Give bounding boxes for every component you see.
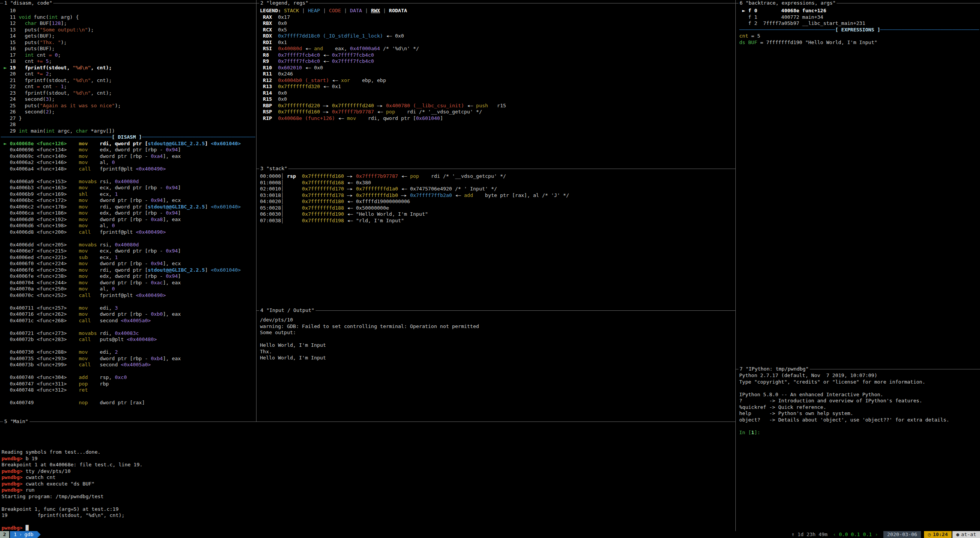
- load-values: 0.0 0.1 0.1: [839, 531, 872, 537]
- pane-border-stack[interactable]: [257, 169, 735, 169]
- terminal-line: [1, 324, 255, 330]
- terminal-line: /dev/pts/10: [260, 317, 735, 323]
- pane-border-vertical-right[interactable]: [735, 0, 736, 531]
- terminal-line: %quickref -> Quick reference.: [739, 404, 979, 411]
- tmux-terminal: 1 "disasm, code" 2 "legend, regs" 6 "bac…: [0, 0, 980, 538]
- terminal-line: [1, 343, 255, 349]
- terminal-line: ────────────────────────────────[ EXPRES…: [739, 27, 979, 33]
- terminal-line: 03:0018│ 0x7fffffffd178 —▸ 0x7fffffffd1b…: [260, 192, 735, 199]
- terminal-line: RAX 0x17: [260, 14, 735, 21]
- terminal-line: pwndbg> b 19: [2, 456, 734, 462]
- terminal-line: R11 0x246: [260, 71, 735, 77]
- terminal-line: Hello World, I'm Input: [260, 342, 735, 349]
- terminal-line: [2, 430, 734, 437]
- terminal-line: [1, 394, 255, 400]
- pane-ipython[interactable]: Python 2.7.17 (default, Nov 7 2019, 10:0…: [739, 372, 979, 530]
- terminal-line: 10: [1, 8, 255, 14]
- pane-border-vertical-left[interactable]: [256, 0, 257, 422]
- terminal-line: 0x400716 <func+262> mov dword ptr [rbp -…: [1, 311, 255, 318]
- terminal-line: 29 int main(int argc, char *argv[]): [1, 128, 255, 134]
- terminal-line: 07:0038│ 0x7fffffffd198 ◂— "rld, I'm Inp…: [260, 218, 735, 224]
- pane-title-ipython: 7 "IPython: tmp/pwndbg": [738, 366, 810, 372]
- pane-border-main[interactable]: [0, 422, 735, 422]
- pane-stack[interactable]: 00:0000│ rsp 0x7fffffffd160 —▸ 0x7ffff7b…: [260, 173, 735, 310]
- terminal-line: ─────────────────────────────────────[ D…: [1, 134, 255, 141]
- clock-icon: ◷: [928, 531, 931, 538]
- pane-input-output[interactable]: /dev/pts/10warning: GDB: Failed to set c…: [260, 317, 735, 421]
- terminal-line: 0x4006ca <func+186> mov edx, dword ptr […: [1, 210, 255, 217]
- terminal-line: warning: GDB: Failed to set controlling …: [260, 323, 735, 330]
- pane-legend-regs[interactable]: LEGEND: STACK | HEAP | CODE | DATA | RWX…: [260, 8, 735, 168]
- terminal-line: Breakpoint 1, func (arg=5) at test.c:19: [2, 506, 734, 513]
- status-time: ◷10:24: [924, 531, 952, 538]
- terminal-line: 11 void func(int arg) {: [1, 14, 255, 21]
- pane-title-stack: 3 "stack": [259, 166, 288, 172]
- terminal-line: 0x4006b3 <func+163> mov ecx, dword ptr […: [1, 185, 255, 191]
- pane-disasm-code[interactable]: 10 11 void func(int arg) { 12 char BUF[1…: [1, 8, 255, 421]
- terminal-line: cnt = 5: [739, 33, 979, 39]
- terminal-line: 0x4006d6 <func+198> mov al, 0: [1, 223, 255, 229]
- terminal-line: 0x4006f0 <func+224> mov dword ptr [rbp -…: [1, 261, 255, 267]
- tmux-status-bar: 2 1›gdb ↑ 1d 23h 49m ‹ 0.0 0.1 0.1 › 202…: [0, 531, 980, 538]
- terminal-line: [260, 336, 735, 343]
- status-date: 2020-03-06: [883, 531, 921, 538]
- terminal-line: 0x40071c <func+268> call second <0x4005a…: [1, 318, 255, 324]
- tmux-session-name[interactable]: 2: [0, 531, 9, 538]
- terminal-line: 0x400740 <func+304> add rsp, 0xc0: [1, 374, 255, 381]
- terminal-line: 17 int cnt = 0;: [1, 52, 255, 59]
- terminal-line: 0x4006fe <func+238> mov edx, dword ptr […: [1, 273, 255, 280]
- terminal-line: 0x4006a9 <func+153> movabs rsi, 0x40080d: [1, 179, 255, 185]
- terminal-line: 0x40073b <func+299> call second <0x4005a…: [1, 362, 255, 368]
- terminal-line: In [1]:: [739, 430, 979, 436]
- terminal-line: [1, 235, 255, 242]
- angle-close-icon: ›: [875, 531, 878, 537]
- terminal-line: ► f 0 40068e func+126: [739, 8, 979, 14]
- terminal-line: 21 fprintf(stdout, "%d\n", cnt);: [1, 77, 255, 84]
- terminal-line: Starting program: /tmp/pwndbg/test: [2, 494, 734, 500]
- pane-title-main: 5 "Main": [3, 418, 30, 425]
- powerline-arrow-icon: [37, 531, 41, 538]
- terminal-line: pwndbg> cwatch execute "ds BUF": [2, 481, 734, 487]
- terminal-line: 0x400748 <func+312> ret: [1, 387, 255, 394]
- terminal-line: 0x400711 <func+257> mov edi, 3: [1, 305, 255, 312]
- terminal-line: pwndbg> cwatch cnt: [2, 474, 734, 481]
- terminal-line: 0x4006a2 <func+146> mov al, 0: [1, 159, 255, 166]
- angle-open-icon: ‹: [833, 531, 836, 537]
- terminal-line: 18 cnt += 5;: [1, 58, 255, 65]
- terminal-line: RBP 0x7fffffffd220 —▸ 0x7fffffffd240 —▸ …: [260, 103, 735, 109]
- status-hostname: ●at-at: [952, 531, 980, 538]
- terminal-line: 0x400749 nop dword ptr [rax]: [1, 400, 255, 406]
- time-value: 10:24: [933, 531, 948, 538]
- terminal-line: 0x4006d8 <func+200> call fprintf@plt <0x…: [1, 229, 255, 236]
- tmux-window-gdb[interactable]: 1›gdb: [10, 531, 37, 538]
- window-name: gdb: [24, 531, 33, 538]
- terminal-line: 14 gets(BUF);: [1, 33, 255, 39]
- terminal-line: 0x4006bc <func+172> mov dword ptr [rbp -…: [1, 197, 255, 204]
- pane-backtrace-expressions[interactable]: ► f 0 40068e func+126 f 1 400772 main+34…: [739, 8, 979, 368]
- terminal-line: Type "copyright", "credits" or "license"…: [739, 379, 979, 385]
- terminal-line: ? -> Introduction and overview of IPytho…: [739, 398, 979, 404]
- terminal-line: RDI 0x1: [260, 39, 735, 46]
- terminal-line: [2, 443, 734, 449]
- uptime-indicator: ↑ 1d 23h 49m: [791, 531, 827, 538]
- terminal-line: 0x40072b <func+283> call puts@plt <0x400…: [1, 336, 255, 343]
- terminal-line: 0x4006c2 <func+178> mov rdi, qword ptr […: [1, 204, 255, 210]
- terminal-line: 19 fprintf(stdout, "%d\n", cnt);: [2, 512, 734, 519]
- terminal-line: 01:0008│ 0x7fffffffd168 ◂— 0x380: [260, 180, 735, 186]
- terminal-line: [1, 368, 255, 375]
- terminal-line: Breakpoint 1 at 0x40068e: file test.c, l…: [2, 462, 734, 468]
- terminal-line: [2, 424, 734, 430]
- terminal-line: 16 puts(BUF);: [1, 46, 255, 52]
- terminal-line: 20 cnt *= 2;: [1, 71, 255, 77]
- terminal-line: 02:0010│ 0x7fffffffd170 —▸ 0x7fffffffd1a…: [260, 186, 735, 192]
- pane-border-io[interactable]: [257, 310, 735, 311]
- terminal-line: LEGEND: STACK | HEAP | CODE | DATA | RWX…: [260, 8, 735, 14]
- pane-title-legend-regs: 2 "legend, regs": [259, 0, 309, 6]
- terminal-line: 0x40070c <func+252> call fprintf@plt <0x…: [1, 292, 255, 299]
- terminal-line: 25 puts("Again as it was so nice");: [1, 103, 255, 109]
- terminal-line: Reading symbols from test...done.: [2, 449, 734, 456]
- terminal-line: R8 0x7ffff7fcb4c0 ◂— 0x7ffff7fcb4c0: [260, 52, 735, 59]
- terminal-line: Python 2.7.17 (default, Nov 7 2019, 10:0…: [739, 372, 979, 379]
- pane-main-gdb[interactable]: Reading symbols from test...done.pwndbg>…: [2, 424, 734, 531]
- terminal-line: [1, 299, 255, 305]
